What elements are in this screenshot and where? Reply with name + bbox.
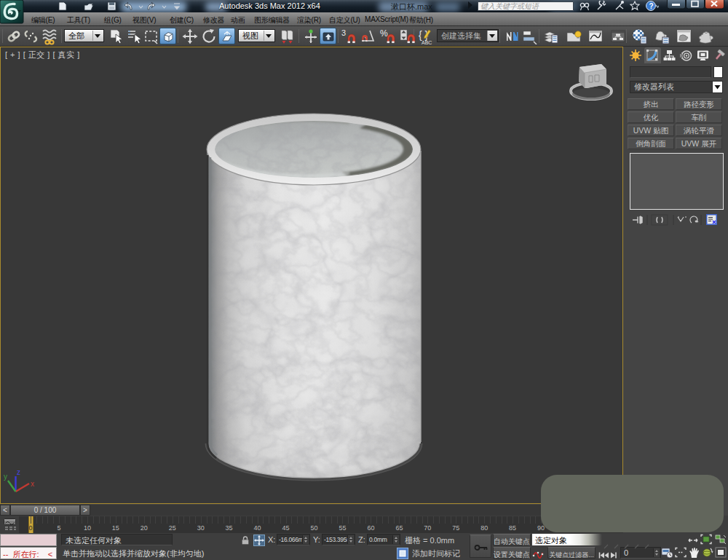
svg-text:ABC: ABC (422, 40, 432, 45)
svg-text:z: z (17, 468, 20, 476)
svg-text:?: ? (649, 2, 653, 10)
svg-text:%: % (380, 28, 388, 39)
svg-text:3: 3 (341, 28, 346, 37)
svg-text:y: y (4, 473, 7, 481)
svg-text:x: x (31, 480, 34, 488)
